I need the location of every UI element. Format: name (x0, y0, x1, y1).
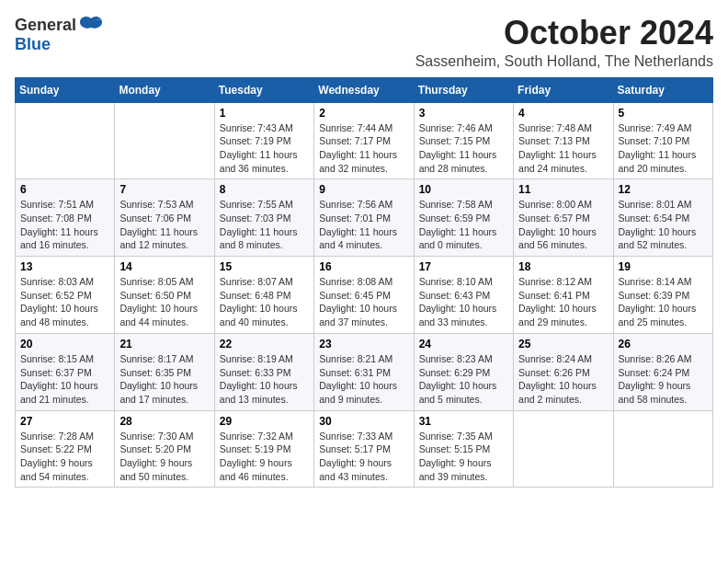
title-area: October 2024 Sassenheim, South Holland, … (415, 15, 713, 70)
calendar-cell: 28Sunrise: 7:30 AM Sunset: 5:20 PM Dayli… (115, 410, 214, 488)
day-info: Sunrise: 8:00 AM Sunset: 6:57 PM Dayligh… (518, 198, 608, 252)
day-info: Sunrise: 7:58 AM Sunset: 6:59 PM Dayligh… (419, 198, 508, 252)
weekday-header: Wednesday (314, 77, 414, 102)
day-number: 29 (220, 415, 309, 428)
day-info: Sunrise: 7:35 AM Sunset: 5:15 PM Dayligh… (419, 430, 508, 484)
location-subtitle: Sassenheim, South Holland, The Netherlan… (415, 53, 713, 70)
calendar-cell: 2Sunrise: 7:44 AM Sunset: 7:17 PM Daylig… (314, 102, 414, 179)
calendar-cell (16, 102, 115, 179)
day-info: Sunrise: 7:30 AM Sunset: 5:20 PM Dayligh… (119, 430, 209, 484)
weekday-header: Friday (514, 77, 613, 102)
weekday-header: Sunday (16, 77, 115, 102)
day-number: 26 (619, 338, 708, 350)
day-info: Sunrise: 7:55 AM Sunset: 7:03 PM Dayligh… (220, 198, 309, 252)
day-number: 21 (119, 338, 209, 350)
day-number: 9 (319, 183, 408, 196)
calendar-cell: 6Sunrise: 7:51 AM Sunset: 7:08 PM Daylig… (16, 179, 115, 257)
day-number: 14 (119, 260, 209, 273)
logo-text-blue: Blue (15, 35, 51, 54)
calendar-cell: 12Sunrise: 8:01 AM Sunset: 6:54 PM Dayli… (613, 179, 712, 257)
day-info: Sunrise: 8:10 AM Sunset: 6:43 PM Dayligh… (419, 275, 508, 329)
day-number: 12 (619, 183, 708, 196)
weekday-header: Tuesday (214, 77, 313, 102)
calendar-cell: 19Sunrise: 8:14 AM Sunset: 6:39 PM Dayli… (613, 257, 712, 334)
month-title: October 2024 (415, 15, 713, 52)
weekday-header: Monday (115, 77, 214, 102)
day-number: 17 (419, 260, 508, 273)
day-number: 23 (319, 338, 408, 350)
day-info: Sunrise: 7:49 AM Sunset: 7:10 PM Dayligh… (619, 121, 708, 176)
day-number: 2 (319, 107, 408, 120)
calendar-cell: 22Sunrise: 8:19 AM Sunset: 6:33 PM Dayli… (214, 333, 313, 410)
day-info: Sunrise: 8:23 AM Sunset: 6:29 PM Dayligh… (419, 352, 508, 407)
day-number: 20 (20, 338, 109, 350)
day-number: 16 (319, 260, 408, 273)
day-number: 18 (518, 260, 608, 273)
day-number: 6 (20, 183, 109, 196)
day-info: Sunrise: 8:07 AM Sunset: 6:48 PM Dayligh… (220, 275, 309, 329)
calendar-cell: 1Sunrise: 7:43 AM Sunset: 7:19 PM Daylig… (214, 102, 313, 179)
calendar-cell: 20Sunrise: 8:15 AM Sunset: 6:37 PM Dayli… (16, 333, 115, 410)
calendar-week-row: 27Sunrise: 7:28 AM Sunset: 5:22 PM Dayli… (16, 410, 713, 488)
day-number: 31 (419, 415, 508, 428)
calendar-cell: 21Sunrise: 8:17 AM Sunset: 6:35 PM Dayli… (115, 333, 214, 410)
day-info: Sunrise: 8:19 AM Sunset: 6:33 PM Dayligh… (220, 352, 309, 407)
calendar-week-row: 20Sunrise: 8:15 AM Sunset: 6:37 PM Dayli… (16, 333, 713, 410)
calendar-cell: 26Sunrise: 8:26 AM Sunset: 6:24 PM Dayli… (613, 333, 712, 410)
day-info: Sunrise: 8:17 AM Sunset: 6:35 PM Dayligh… (119, 352, 209, 407)
day-number: 1 (220, 107, 309, 120)
day-info: Sunrise: 7:51 AM Sunset: 7:08 PM Dayligh… (20, 198, 109, 252)
day-number: 8 (220, 183, 309, 196)
calendar-cell (115, 102, 214, 179)
day-info: Sunrise: 7:46 AM Sunset: 7:15 PM Dayligh… (419, 121, 508, 176)
calendar-cell: 4Sunrise: 7:48 AM Sunset: 7:13 PM Daylig… (514, 102, 613, 179)
calendar-cell: 27Sunrise: 7:28 AM Sunset: 5:22 PM Dayli… (16, 410, 115, 488)
day-number: 13 (20, 260, 109, 273)
calendar-cell: 11Sunrise: 8:00 AM Sunset: 6:57 PM Dayli… (514, 179, 613, 257)
calendar-header-row: SundayMondayTuesdayWednesdayThursdayFrid… (16, 77, 713, 102)
day-info: Sunrise: 8:08 AM Sunset: 6:45 PM Dayligh… (319, 275, 408, 329)
calendar-cell: 3Sunrise: 7:46 AM Sunset: 7:15 PM Daylig… (414, 102, 513, 179)
day-number: 4 (518, 107, 608, 120)
calendar-table: SundayMondayTuesdayWednesdayThursdayFrid… (15, 77, 713, 488)
calendar-cell: 17Sunrise: 8:10 AM Sunset: 6:43 PM Dayli… (414, 257, 513, 334)
calendar-cell: 25Sunrise: 8:24 AM Sunset: 6:26 PM Dayli… (514, 333, 613, 410)
calendar-cell (514, 410, 613, 488)
day-info: Sunrise: 8:15 AM Sunset: 6:37 PM Dayligh… (20, 352, 109, 407)
day-info: Sunrise: 7:48 AM Sunset: 7:13 PM Dayligh… (518, 121, 608, 176)
day-info: Sunrise: 7:33 AM Sunset: 5:17 PM Dayligh… (319, 430, 408, 484)
weekday-header: Saturday (613, 77, 712, 102)
calendar-cell: 16Sunrise: 8:08 AM Sunset: 6:45 PM Dayli… (314, 257, 414, 334)
day-info: Sunrise: 8:01 AM Sunset: 6:54 PM Dayligh… (619, 198, 708, 252)
day-info: Sunrise: 8:12 AM Sunset: 6:41 PM Dayligh… (518, 275, 608, 329)
day-info: Sunrise: 7:28 AM Sunset: 5:22 PM Dayligh… (20, 430, 109, 484)
calendar-cell: 31Sunrise: 7:35 AM Sunset: 5:15 PM Dayli… (414, 410, 513, 488)
day-number: 11 (518, 183, 608, 196)
day-info: Sunrise: 8:05 AM Sunset: 6:50 PM Dayligh… (119, 275, 209, 329)
page-header: General Blue October 2024 Sassenheim, So… (15, 15, 713, 70)
day-info: Sunrise: 8:03 AM Sunset: 6:52 PM Dayligh… (20, 275, 109, 329)
calendar-cell: 10Sunrise: 7:58 AM Sunset: 6:59 PM Dayli… (414, 179, 513, 257)
day-number: 27 (20, 415, 109, 428)
day-info: Sunrise: 8:24 AM Sunset: 6:26 PM Dayligh… (518, 352, 608, 407)
calendar-cell: 18Sunrise: 8:12 AM Sunset: 6:41 PM Dayli… (514, 257, 613, 334)
calendar-week-row: 6Sunrise: 7:51 AM Sunset: 7:08 PM Daylig… (16, 179, 713, 257)
day-number: 28 (119, 415, 209, 428)
day-info: Sunrise: 7:56 AM Sunset: 7:01 PM Dayligh… (319, 198, 408, 252)
day-info: Sunrise: 7:53 AM Sunset: 7:06 PM Dayligh… (119, 198, 209, 252)
calendar-cell: 24Sunrise: 8:23 AM Sunset: 6:29 PM Dayli… (414, 333, 513, 410)
day-info: Sunrise: 8:26 AM Sunset: 6:24 PM Dayligh… (619, 352, 708, 407)
calendar-cell: 9Sunrise: 7:56 AM Sunset: 7:01 PM Daylig… (314, 179, 414, 257)
logo-bird-icon (78, 15, 104, 35)
day-info: Sunrise: 7:44 AM Sunset: 7:17 PM Dayligh… (319, 121, 408, 176)
day-info: Sunrise: 7:32 AM Sunset: 5:19 PM Dayligh… (220, 430, 309, 484)
logo-text-general: General (15, 16, 76, 35)
calendar-cell: 7Sunrise: 7:53 AM Sunset: 7:06 PM Daylig… (115, 179, 214, 257)
day-number: 15 (220, 260, 309, 273)
calendar-cell: 8Sunrise: 7:55 AM Sunset: 7:03 PM Daylig… (214, 179, 313, 257)
day-number: 25 (518, 338, 608, 350)
day-info: Sunrise: 8:14 AM Sunset: 6:39 PM Dayligh… (619, 275, 708, 329)
calendar-week-row: 1Sunrise: 7:43 AM Sunset: 7:19 PM Daylig… (16, 102, 713, 179)
day-number: 10 (419, 183, 508, 196)
calendar-week-row: 13Sunrise: 8:03 AM Sunset: 6:52 PM Dayli… (16, 257, 713, 334)
